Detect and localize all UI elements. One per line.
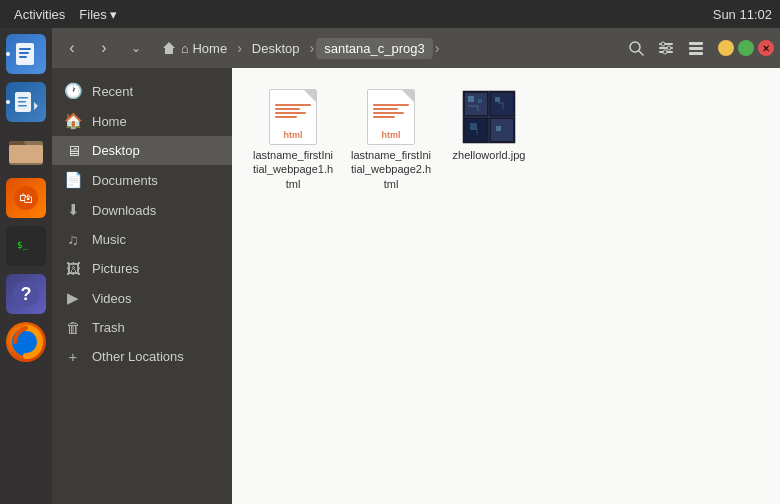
sidebar-item-music-label: Music [92,232,126,247]
view-options-button[interactable] [652,34,680,62]
sidebar-item-desktop[interactable]: 🖥 Desktop [52,136,232,165]
minimize-button[interactable] [718,40,734,56]
svg-text:$_: $_ [17,240,28,250]
sidebar-item-downloads[interactable]: ⬇ Downloads [52,195,232,225]
svg-point-26 [663,50,667,54]
topbar-left: Activities Files ▾ [8,5,117,24]
html-extension: html [284,130,303,140]
html-file-icon-2: html [367,89,415,145]
sidebar-item-other[interactable]: + Other Locations [52,342,232,371]
forward-button[interactable]: › [90,34,118,62]
file-area: html lastname_firstInitial_webpage1.html [232,68,780,504]
sidebar-item-trash[interactable]: 🗑 Trash [52,313,232,342]
close-button[interactable]: ✕ [758,40,774,56]
files-menu-label: Files [79,7,106,22]
dock-active-indicator [6,100,10,104]
dock-item-texteditor[interactable] [4,80,48,124]
down-button[interactable]: ⌄ [122,34,150,62]
html-icon-lines [275,104,311,120]
toolbar-right: ✕ [622,34,774,62]
svg-marker-8 [34,102,38,110]
view-list-button[interactable] [682,34,710,62]
path-desktop-label: Desktop [252,41,300,56]
dock-item-appstore[interactable]: 🛍 [4,176,48,220]
sidebar-item-pictures[interactable]: 🖼 Pictures [52,254,232,283]
html-line-3 [275,112,306,114]
videos-icon: ▶ [64,289,82,307]
sidebar-item-videos-label: Videos [92,291,132,306]
sidebar-item-videos[interactable]: ▶ Videos [52,283,232,313]
path-desktop[interactable]: Desktop [244,38,308,59]
sidebar-item-downloads-label: Downloads [92,203,156,218]
svg-rect-5 [18,97,28,99]
home-icon [162,41,176,55]
path-santana[interactable]: santana_c_prog3 [316,38,432,59]
file-icon-2: html [364,90,418,144]
files-menu[interactable]: Files ▾ [79,7,116,22]
search-icon [628,40,644,56]
sidebar-item-recent-label: Recent [92,84,133,99]
back-button[interactable]: ‹ [58,34,86,62]
html-line-2-4 [373,116,395,118]
sidebar-item-other-label: Other Locations [92,349,184,364]
sidebar-item-music[interactable]: ♫ Music [52,225,232,254]
other-icon: + [64,348,82,365]
path-home[interactable]: ⌂ Home [154,38,235,59]
path-sep-2: › [310,40,315,56]
svg-rect-34 [491,119,513,141]
window-controls: ✕ [718,40,774,56]
dock-item-writer[interactable] [4,32,48,76]
files-icon [6,130,46,170]
texteditor-icon [6,82,46,122]
svg-text:🛍: 🛍 [19,190,33,206]
svg-rect-37 [468,96,474,102]
svg-rect-3 [19,56,27,58]
svg-rect-2 [19,52,29,54]
pictures-icon: 🖼 [64,260,82,277]
documents-icon: 📄 [64,171,82,189]
activities-button[interactable]: Activities [8,5,71,24]
sidebar-item-trash-label: Trash [92,320,125,335]
search-button[interactable] [622,34,650,62]
dock-item-files[interactable] [4,128,48,172]
dock-item-firefox[interactable] [4,320,48,364]
html-line-2-2 [373,108,398,110]
view-options-icon [658,40,674,56]
sidebar-item-home-label: Home [92,114,127,129]
file-manager-window: ‹ › ⌄ ⌂ Home › Desktop › santana_c_prog3… [52,28,780,504]
svg-rect-41 [496,126,501,131]
path-sep-3: › [435,40,440,56]
html-line-2 [275,108,300,110]
svg-rect-1 [19,48,31,50]
content-area: 🕐 Recent 🏠 Home 🖥 Desktop 📄 Documents ⬇ … [52,68,780,504]
sidebar: 🕐 Recent 🏠 Home 🖥 Desktop 📄 Documents ⬇ … [52,68,232,504]
file-name-3: zhelloworld.jpg [453,148,526,162]
files-menu-arrow: ▾ [110,7,117,22]
svg-rect-39 [495,97,500,102]
html-icon-lines-2 [373,104,409,120]
dock-item-terminal[interactable]: $_ [4,224,48,268]
sidebar-item-pictures-label: Pictures [92,261,139,276]
sidebar-item-documents[interactable]: 📄 Documents [52,165,232,195]
file-item-2[interactable]: html lastname_firstInitial_webpage2.html [346,84,436,197]
sidebar-item-home[interactable]: 🏠 Home [52,106,232,136]
music-icon: ♫ [64,231,82,248]
file-item-1[interactable]: html lastname_firstInitial_webpage1.html [248,84,338,197]
sidebar-item-recent[interactable]: 🕐 Recent [52,76,232,106]
home-icon: 🏠 [64,112,82,130]
html-line-1 [275,104,311,106]
writer-icon [6,34,46,74]
svg-rect-29 [689,52,703,55]
svg-rect-11 [9,145,43,163]
topbar: Activities Files ▾ Sun 11:02 [0,0,780,28]
image-thumbnail [462,90,516,144]
sidebar-item-documents-label: Documents [92,173,158,188]
maximize-button[interactable] [738,40,754,56]
svg-rect-32 [491,93,513,115]
file-item-3[interactable]: zhelloworld.jpg [444,84,534,197]
dock: 🛍 $_ ? [0,28,52,504]
dock-item-help[interactable]: ? [4,272,48,316]
svg-line-20 [639,51,643,55]
svg-rect-27 [689,42,703,45]
help-icon: ? [6,274,46,314]
